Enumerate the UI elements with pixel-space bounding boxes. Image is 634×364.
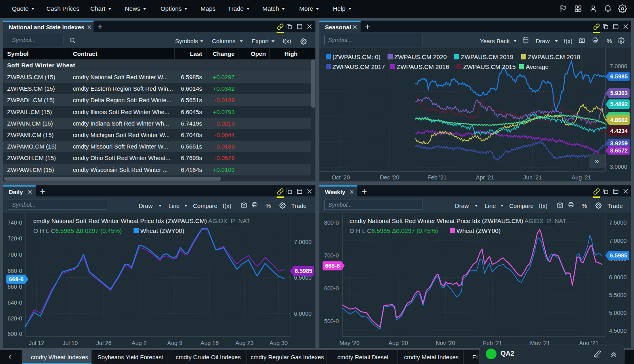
svg-text:7.0000: 7.0000 (294, 239, 311, 245)
svg-text:660-0: 660-0 (8, 284, 22, 290)
svg-text:6.5985: 6.5985 (295, 268, 312, 274)
svg-text:3.9259: 3.9259 (610, 140, 628, 147)
svg-text:668-6: 668-6 (9, 276, 23, 282)
svg-text:600-0: 600-0 (324, 285, 339, 292)
svg-text:Apr ’21: Apr ’21 (476, 174, 494, 181)
svg-text:3.0000: 3.0000 (610, 164, 627, 170)
svg-text:Feb ’21: Feb ’21 (428, 174, 447, 181)
svg-text:cmdty National Soft Red Winter: cmdty National Soft Red Winter Wheat Pri… (349, 217, 567, 224)
svg-text:Jul 12: Jul 12 (29, 340, 44, 346)
svg-text:Aug ’21: Aug ’21 (571, 174, 591, 181)
svg-text:680-0: 680-0 (8, 268, 22, 274)
svg-text:6.0000: 6.0000 (294, 311, 311, 317)
svg-text:O H L C6.5985 Δ0.0297 (0.45%): O H L C6.5985 Δ0.0297 (0.45%) (33, 227, 122, 234)
svg-text:Oct ’20: Oct ’20 (332, 174, 350, 181)
svg-text:ZWPAUS.CM 2020: ZWPAUS.CM 2020 (394, 53, 447, 60)
svg-text:4.5000: 4.5000 (609, 328, 626, 334)
svg-text:3.6572: 3.6572 (610, 147, 628, 154)
svg-text:6.5985: 6.5985 (610, 73, 628, 80)
svg-text:Dec ’20: Dec ’20 (380, 174, 399, 181)
svg-text:Jul 26: Jul 26 (96, 340, 112, 346)
svg-text:Aug 2: Aug 2 (132, 340, 147, 346)
svg-text:5.9303: 5.9303 (610, 90, 628, 96)
svg-text:ZWPAUS.CM 2016: ZWPAUS.CM 2016 (397, 63, 449, 70)
svg-text:cmdty National Soft Red Winter: cmdty National Soft Red Winter Wheat Pri… (33, 217, 250, 224)
svg-text:Aug 30: Aug 30 (269, 340, 288, 346)
svg-text:ZWPAUS.CM 2019: ZWPAUS.CM 2019 (461, 53, 513, 60)
svg-text:600-0: 600-0 (8, 331, 22, 337)
svg-text:7.5000: 7.5000 (609, 219, 626, 226)
svg-text:720-0: 720-0 (8, 235, 22, 242)
svg-text:5.4892: 5.4892 (610, 101, 628, 107)
svg-text:500-0: 500-0 (324, 318, 339, 324)
svg-text:»: » (594, 156, 599, 165)
svg-text:7.0000: 7.0000 (610, 63, 627, 69)
svg-text:700-0: 700-0 (8, 252, 22, 258)
svg-text:5.5000: 5.5000 (609, 292, 626, 298)
svg-text:Aug 23: Aug 23 (235, 340, 254, 346)
svg-text:Wheat (ZWY00): Wheat (ZWY00) (140, 227, 184, 234)
svg-text:Aug ’20: Aug ’20 (388, 340, 408, 346)
svg-text:O H L C6.5985 Δ0.0297 (0.45%): O H L C6.5985 Δ0.0297 (0.45%) (349, 227, 438, 234)
svg-text:May ’20: May ’20 (340, 340, 360, 346)
svg-text:6.0000: 6.0000 (609, 274, 626, 280)
svg-text:ZWPAUS.CM 2015: ZWPAUS.CM 2015 (463, 63, 516, 70)
svg-text:Jul 19: Jul 19 (63, 340, 78, 346)
svg-text:7.0000: 7.0000 (609, 238, 626, 244)
svg-text:ZWPAUS.CM 2018: ZWPAUS.CM 2018 (528, 53, 580, 60)
svg-text:800-0: 800-0 (324, 219, 339, 226)
svg-text:ZWPAUS.CM 2017: ZWPAUS.CM 2017 (332, 63, 385, 70)
svg-text:Wheat (ZWY00): Wheat (ZWY00) (456, 227, 500, 234)
svg-text:740-0: 740-0 (8, 219, 22, 226)
svg-text:Aug 16: Aug 16 (201, 340, 219, 346)
svg-text:5.0000: 5.0000 (609, 310, 626, 316)
svg-text:Jun ’21: Jun ’21 (523, 174, 542, 181)
svg-text:640-0: 640-0 (8, 299, 22, 306)
svg-text:4.4234: 4.4234 (610, 128, 628, 134)
svg-text:620-0: 620-0 (8, 315, 22, 322)
svg-text:700-0: 700-0 (324, 252, 339, 259)
svg-text:4.8602: 4.8602 (610, 117, 628, 123)
svg-text:Aug 9: Aug 9 (167, 340, 182, 346)
svg-text:Average: Average (526, 63, 548, 70)
svg-text:668-6: 668-6 (325, 263, 340, 269)
svg-text:(ZWPAUS.CM::0): (ZWPAUS.CM::0) (332, 53, 380, 60)
svg-text:6.5985: 6.5985 (610, 252, 627, 259)
svg-text:Nov ’20: Nov ’20 (435, 340, 455, 346)
